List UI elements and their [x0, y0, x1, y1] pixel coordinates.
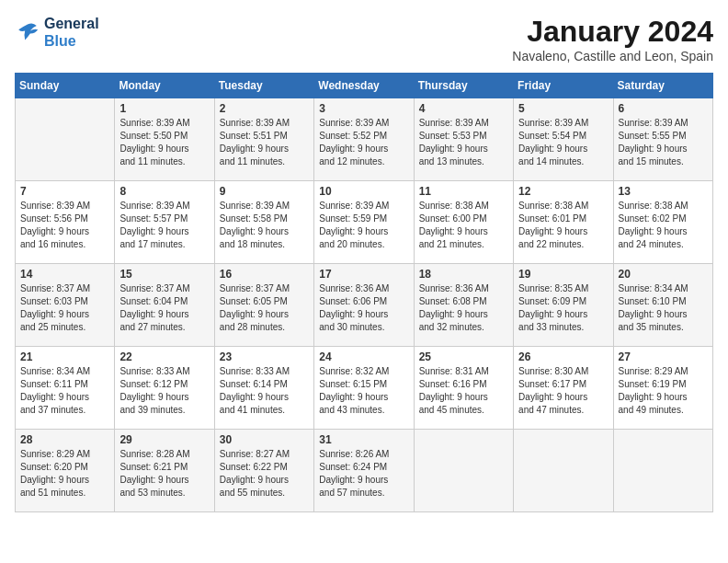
location-title: Navaleno, Castille and Leon, Spain: [512, 49, 713, 63]
calendar-cell: 22Sunrise: 8:33 AMSunset: 6:12 PMDayligh…: [115, 347, 214, 430]
header: GeneralBlue January 2024 Navaleno, Casti…: [15, 15, 713, 63]
calendar-cell: 4Sunrise: 8:39 AMSunset: 5:53 PMDaylight…: [414, 98, 513, 181]
cell-content: Sunrise: 8:34 AMSunset: 6:10 PMDaylight:…: [619, 282, 708, 334]
cell-content: Sunrise: 8:33 AMSunset: 6:14 PMDaylight:…: [220, 365, 309, 417]
calendar-cell: 7Sunrise: 8:39 AMSunset: 5:56 PMDaylight…: [16, 181, 115, 264]
cell-content: Sunrise: 8:34 AMSunset: 6:11 PMDaylight:…: [20, 365, 109, 417]
calendar-week-row: 7Sunrise: 8:39 AMSunset: 5:56 PMDaylight…: [16, 181, 713, 264]
day-number: 28: [20, 433, 109, 446]
day-number: 10: [319, 185, 408, 198]
cell-content: Sunrise: 8:29 AMSunset: 6:19 PMDaylight:…: [619, 365, 708, 417]
header-monday: Monday: [115, 74, 214, 98]
logo: GeneralBlue: [15, 15, 99, 50]
day-number: 31: [319, 433, 408, 446]
day-number: 9: [220, 185, 309, 198]
header-sunday: Sunday: [16, 74, 115, 98]
calendar-cell: 14Sunrise: 8:37 AMSunset: 6:03 PMDayligh…: [16, 264, 115, 347]
calendar-cell: 29Sunrise: 8:28 AMSunset: 6:21 PMDayligh…: [115, 430, 214, 512]
calendar-cell: 11Sunrise: 8:38 AMSunset: 6:00 PMDayligh…: [414, 181, 513, 264]
month-title: January 2024: [512, 15, 713, 49]
cell-content: Sunrise: 8:36 AMSunset: 6:06 PMDaylight:…: [319, 282, 408, 334]
calendar-cell: 1Sunrise: 8:39 AMSunset: 5:50 PMDaylight…: [115, 98, 214, 181]
header-tuesday: Tuesday: [214, 74, 313, 98]
day-number: 22: [119, 350, 209, 363]
day-number: 30: [220, 433, 309, 446]
calendar-cell: [16, 98, 115, 181]
day-number: 13: [619, 185, 708, 198]
logo-text: GeneralBlue: [44, 15, 99, 50]
day-number: 25: [419, 350, 508, 363]
day-number: 21: [20, 350, 109, 363]
day-number: 2: [220, 102, 309, 115]
day-number: 4: [419, 102, 508, 115]
calendar-cell: 3Sunrise: 8:39 AMSunset: 5:52 PMDaylight…: [314, 98, 414, 181]
cell-content: Sunrise: 8:35 AMSunset: 6:09 PMDaylight:…: [518, 282, 608, 334]
header-wednesday: Wednesday: [314, 74, 414, 98]
calendar-header-row: SundayMondayTuesdayWednesdayThursdayFrid…: [16, 74, 713, 98]
logo-icon: [15, 19, 40, 45]
calendar-cell: 15Sunrise: 8:37 AMSunset: 6:04 PMDayligh…: [115, 264, 214, 347]
calendar-cell: 9Sunrise: 8:39 AMSunset: 5:58 PMDaylight…: [214, 181, 313, 264]
cell-content: Sunrise: 8:38 AMSunset: 6:00 PMDaylight:…: [419, 200, 508, 251]
calendar-cell: 20Sunrise: 8:34 AMSunset: 6:10 PMDayligh…: [613, 264, 712, 347]
cell-content: Sunrise: 8:38 AMSunset: 6:01 PMDaylight:…: [518, 200, 608, 251]
day-number: 17: [319, 268, 408, 281]
calendar-cell: 6Sunrise: 8:39 AMSunset: 5:55 PMDaylight…: [613, 98, 712, 181]
cell-content: Sunrise: 8:26 AMSunset: 6:24 PMDaylight:…: [319, 448, 408, 500]
cell-content: Sunrise: 8:33 AMSunset: 6:12 PMDaylight:…: [119, 365, 209, 417]
cell-content: Sunrise: 8:39 AMSunset: 5:59 PMDaylight:…: [319, 200, 408, 251]
title-area: January 2024 Navaleno, Castille and Leon…: [512, 15, 713, 63]
day-number: 16: [220, 268, 309, 281]
calendar-cell: 5Sunrise: 8:39 AMSunset: 5:54 PMDaylight…: [514, 98, 613, 181]
cell-content: Sunrise: 8:39 AMSunset: 5:55 PMDaylight:…: [619, 117, 708, 168]
calendar-cell: 8Sunrise: 8:39 AMSunset: 5:57 PMDaylight…: [115, 181, 214, 264]
calendar-week-row: 14Sunrise: 8:37 AMSunset: 6:03 PMDayligh…: [16, 264, 713, 347]
calendar-cell: [514, 430, 613, 512]
cell-content: Sunrise: 8:30 AMSunset: 6:17 PMDaylight:…: [518, 365, 608, 417]
cell-content: Sunrise: 8:39 AMSunset: 5:57 PMDaylight:…: [119, 200, 209, 251]
calendar-cell: 27Sunrise: 8:29 AMSunset: 6:19 PMDayligh…: [613, 347, 712, 430]
calendar-cell: [613, 430, 712, 512]
calendar-cell: 12Sunrise: 8:38 AMSunset: 6:01 PMDayligh…: [514, 181, 613, 264]
day-number: 18: [419, 268, 508, 281]
calendar-cell: 30Sunrise: 8:27 AMSunset: 6:22 PMDayligh…: [214, 430, 313, 512]
day-number: 19: [518, 268, 608, 281]
calendar-week-row: 1Sunrise: 8:39 AMSunset: 5:50 PMDaylight…: [16, 98, 713, 181]
calendar-cell: 18Sunrise: 8:36 AMSunset: 6:08 PMDayligh…: [414, 264, 513, 347]
calendar-cell: 31Sunrise: 8:26 AMSunset: 6:24 PMDayligh…: [314, 430, 414, 512]
cell-content: Sunrise: 8:37 AMSunset: 6:04 PMDaylight:…: [119, 282, 209, 334]
calendar-week-row: 28Sunrise: 8:29 AMSunset: 6:20 PMDayligh…: [16, 430, 713, 512]
cell-content: Sunrise: 8:39 AMSunset: 5:51 PMDaylight:…: [220, 117, 309, 168]
calendar-cell: 17Sunrise: 8:36 AMSunset: 6:06 PMDayligh…: [314, 264, 414, 347]
day-number: 11: [419, 185, 508, 198]
day-number: 8: [119, 185, 209, 198]
cell-content: Sunrise: 8:37 AMSunset: 6:05 PMDaylight:…: [220, 282, 309, 334]
day-number: 15: [119, 268, 209, 281]
calendar-cell: 13Sunrise: 8:38 AMSunset: 6:02 PMDayligh…: [613, 181, 712, 264]
day-number: 26: [518, 350, 608, 363]
day-number: 27: [619, 350, 708, 363]
calendar-cell: 24Sunrise: 8:32 AMSunset: 6:15 PMDayligh…: [314, 347, 414, 430]
calendar-week-row: 21Sunrise: 8:34 AMSunset: 6:11 PMDayligh…: [16, 347, 713, 430]
day-number: 5: [518, 102, 608, 115]
day-number: 14: [20, 268, 109, 281]
calendar-cell: 26Sunrise: 8:30 AMSunset: 6:17 PMDayligh…: [514, 347, 613, 430]
calendar-cell: 19Sunrise: 8:35 AMSunset: 6:09 PMDayligh…: [514, 264, 613, 347]
calendar-cell: [414, 430, 513, 512]
header-friday: Friday: [514, 74, 613, 98]
calendar-cell: 25Sunrise: 8:31 AMSunset: 6:16 PMDayligh…: [414, 347, 513, 430]
header-saturday: Saturday: [613, 74, 712, 98]
cell-content: Sunrise: 8:39 AMSunset: 5:54 PMDaylight:…: [518, 117, 608, 168]
cell-content: Sunrise: 8:37 AMSunset: 6:03 PMDaylight:…: [20, 282, 109, 334]
cell-content: Sunrise: 8:28 AMSunset: 6:21 PMDaylight:…: [119, 448, 209, 500]
calendar-table: SundayMondayTuesdayWednesdayThursdayFrid…: [15, 73, 713, 512]
day-number: 3: [319, 102, 408, 115]
day-number: 7: [20, 185, 109, 198]
day-number: 20: [619, 268, 708, 281]
cell-content: Sunrise: 8:39 AMSunset: 5:58 PMDaylight:…: [220, 200, 309, 251]
cell-content: Sunrise: 8:39 AMSunset: 5:52 PMDaylight:…: [319, 117, 408, 168]
calendar-cell: 28Sunrise: 8:29 AMSunset: 6:20 PMDayligh…: [16, 430, 115, 512]
cell-content: Sunrise: 8:39 AMSunset: 5:56 PMDaylight:…: [20, 200, 109, 251]
day-number: 12: [518, 185, 608, 198]
cell-content: Sunrise: 8:31 AMSunset: 6:16 PMDaylight:…: [419, 365, 508, 417]
